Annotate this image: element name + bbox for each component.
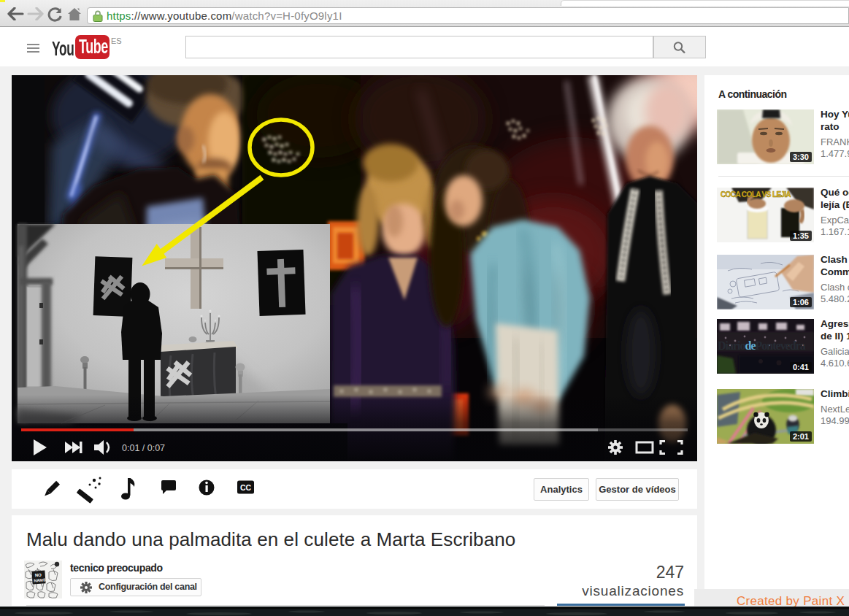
svg-text:0:01 / 0:07: 0:01 / 0:07 bbox=[122, 443, 165, 453]
svg-text:NAMS: NAMS bbox=[34, 577, 46, 582]
svg-text:COCA COLA VS LEJIA: COCA COLA VS LEJIA bbox=[721, 190, 791, 199]
svg-text:NO: NO bbox=[35, 573, 42, 578]
svg-text:CC: CC bbox=[240, 483, 252, 492]
svg-text:DiariodePontevedra: DiariodePontevedra bbox=[718, 339, 806, 352]
